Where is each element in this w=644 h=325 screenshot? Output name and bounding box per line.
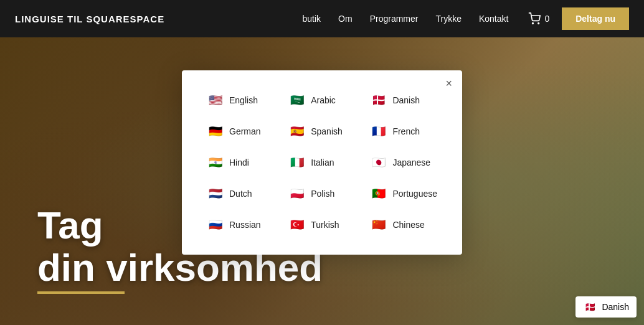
lang-label-dutch: Dutch <box>229 189 252 199</box>
lang-label-arabic: Arabic <box>311 95 336 105</box>
lang-item-german[interactable]: 🇩🇪German <box>202 119 278 144</box>
lang-item-russian[interactable]: 🇷🇺Russian <box>202 212 278 237</box>
flag-icon-hindi: 🇮🇳 <box>207 154 224 171</box>
lang-label-turkish: Turkish <box>311 220 339 230</box>
modal-overlay: × 🇺🇸English🇸🇦Arabic🇩🇰Danish🇩🇪German🇪🇸Spa… <box>0 0 644 325</box>
lang-item-polish[interactable]: 🇵🇱Polish <box>283 181 360 206</box>
flag-icon-japanese: 🇯🇵 <box>370 154 387 171</box>
lang-item-french[interactable]: 🇫🇷French <box>365 119 442 144</box>
lang-item-dutch[interactable]: 🇳🇱Dutch <box>202 181 278 206</box>
lang-item-arabic[interactable]: 🇸🇦Arabic <box>283 88 360 113</box>
flag-icon-dutch: 🇳🇱 <box>207 185 224 202</box>
lang-label-polish: Polish <box>311 189 334 199</box>
language-modal: × 🇺🇸English🇸🇦Arabic🇩🇰Danish🇩🇪German🇪🇸Spa… <box>182 70 462 255</box>
lang-label-japanese: Japanese <box>392 158 430 167</box>
modal-close-button[interactable]: × <box>445 78 452 89</box>
lang-label-french: French <box>392 126 420 136</box>
lang-label-spanish: Spanish <box>311 126 343 136</box>
lang-label-english: English <box>229 95 258 105</box>
lang-item-italian[interactable]: 🇮🇹Italian <box>283 150 360 175</box>
badge-lang-label: Danish <box>602 302 629 312</box>
flag-icon-english: 🇺🇸 <box>207 92 224 109</box>
flag-icon-spanish: 🇪🇸 <box>288 123 306 140</box>
lang-item-danish[interactable]: 🇩🇰Danish <box>365 88 442 113</box>
lang-label-portuguese: Portuguese <box>392 189 437 199</box>
flag-icon-chinese: 🇨🇳 <box>370 216 387 233</box>
lang-item-english[interactable]: 🇺🇸English <box>202 88 278 113</box>
lang-item-hindi[interactable]: 🇮🇳Hindi <box>202 150 278 175</box>
flag-icon-russian: 🇷🇺 <box>207 216 224 233</box>
flag-icon-portuguese: 🇵🇹 <box>370 185 387 202</box>
lang-item-portuguese[interactable]: 🇵🇹Portuguese <box>365 181 442 206</box>
flag-icon-german: 🇩🇪 <box>207 123 224 140</box>
lang-item-turkish[interactable]: 🇹🇷Turkish <box>283 212 360 237</box>
flag-icon-french: 🇫🇷 <box>370 123 387 140</box>
lang-label-german: German <box>229 126 261 136</box>
language-badge[interactable]: 🇩🇰 Danish <box>575 296 637 318</box>
lang-item-spanish[interactable]: 🇪🇸Spanish <box>283 119 360 144</box>
lang-item-japanese[interactable]: 🇯🇵Japanese <box>365 150 442 175</box>
lang-label-italian: Italian <box>311 158 334 167</box>
lang-label-danish: Danish <box>392 95 420 105</box>
language-grid: 🇺🇸English🇸🇦Arabic🇩🇰Danish🇩🇪German🇪🇸Spani… <box>202 88 442 237</box>
flag-icon-polish: 🇵🇱 <box>288 185 306 202</box>
flag-icon-turkish: 🇹🇷 <box>288 216 306 233</box>
badge-flag-icon: 🇩🇰 <box>583 300 597 314</box>
lang-label-chinese: Chinese <box>392 220 424 230</box>
lang-label-russian: Russian <box>229 220 261 230</box>
lang-label-hindi: Hindi <box>229 158 249 167</box>
lang-item-chinese[interactable]: 🇨🇳Chinese <box>365 212 442 237</box>
flag-icon-italian: 🇮🇹 <box>288 154 306 171</box>
flag-icon-danish: 🇩🇰 <box>370 92 387 109</box>
flag-icon-arabic: 🇸🇦 <box>288 92 306 109</box>
